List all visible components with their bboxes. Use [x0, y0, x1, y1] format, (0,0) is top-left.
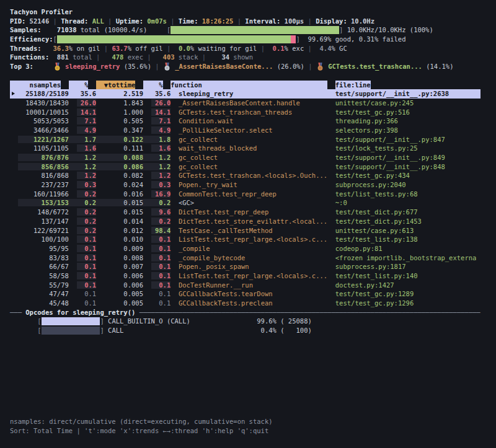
cell-tottime: 0.015: [104, 208, 143, 216]
table-row[interactable]: 1221/1267 1.7 0.122 1.8 gc_collect test/…: [10, 135, 496, 144]
table-row[interactable]: 237/237 0.3 0.024 0.3 Popen._try_wait su…: [10, 180, 496, 190]
cell-tottime: 0.024: [104, 181, 143, 188]
table-row[interactable]: 3466/3466 4.9 0.347 4.9 _PollLikeSelecto…: [10, 126, 496, 135]
blank-line: [10, 71, 496, 81]
column-header-function[interactable]: function: [170, 81, 327, 90]
separator-dashes-right: ────────────────────────────────────────…: [140, 309, 480, 316]
cell-function: _PollLikeSelector.select: [179, 126, 327, 134]
cell-pct-cumulative: 0.1: [151, 290, 171, 297]
table-row[interactable]: 816/868 1.2 0.082 1.2 GCTests.test_trash…: [10, 171, 496, 180]
opcode-row: [] CALL 0.4% ( 100): [10, 326, 496, 335]
table-row[interactable]: 153/153 0.2 0.015 0.2 <GC> ~:0: [10, 198, 496, 208]
blank-line: [10, 380, 496, 390]
cell-pct-cumulative: 0.2: [151, 217, 171, 225]
column-header-nsamples[interactable]: nsamples: [10, 81, 61, 90]
status-label-pid: PID:: [10, 17, 30, 25]
threads-unit: % exc: [285, 45, 304, 52]
cell-tottime: 0.082: [104, 172, 143, 179]
cell-function: sleeping_retry: [179, 90, 327, 97]
table-row[interactable]: 876/876 1.2 0.088 1.2 gc_collect test/su…: [10, 153, 496, 162]
blank-line: [10, 335, 496, 345]
top3-separator: |: [304, 63, 316, 70]
cell-pct-cumulative: 1.2: [151, 154, 171, 161]
cell-function: gc_collect: [179, 136, 327, 143]
table-row[interactable]: 5053/5053 7.1 0.505 7.1 Condition.wait t…: [10, 116, 496, 126]
efficiency-text: 99.69% good, 0.31% failed: [308, 35, 405, 43]
cell-function: _compile: [179, 245, 327, 252]
cell-file-line: test/list_tests.py:68: [335, 190, 418, 198]
table-row[interactable]: 160/11966 0.2 0.016 16.9 CommonTest.test…: [10, 190, 496, 199]
table-row[interactable]: 18430/18430 26.0 1.843 26.0 _AssertRaise…: [10, 99, 496, 108]
cell-tottime: 1.000: [104, 108, 143, 116]
status-label-interval: Interval:: [245, 17, 284, 25]
table-row[interactable]: 83/83 0.1 0.008 0.1 _compile_bytecode <f…: [10, 253, 496, 263]
cell-file-line: codeop.py:81: [335, 245, 383, 252]
cell-nsamples: 47/47: [18, 290, 69, 297]
column-header-tottime[interactable]: ▼tottime: [96, 81, 135, 90]
cell-pct-cumulative: 4.9: [151, 126, 171, 134]
cell-pct-cumulative: 98.4: [151, 227, 171, 234]
table-row[interactable]: 1105/1105 1.6 0.111 1.6 wait_threads_blo…: [10, 144, 496, 153]
cell-tottime: 0.005: [104, 299, 143, 307]
samples-count: 71038: [57, 26, 77, 33]
cell-file-line: test/test_dict.py:677: [335, 208, 418, 216]
table-row[interactable]: 95/95 0.1 0.009 0.1 _compile codeop.py:8…: [10, 244, 496, 253]
threads-unit: % off gil: [128, 45, 163, 52]
blank-line: [10, 390, 496, 399]
samples-label: Samples:: [10, 26, 57, 33]
table-row[interactable]: 45/48 0.1 0.005 0.1 GCCallbackTests.prec…: [10, 299, 496, 308]
cell-nsamples: 237/237: [18, 181, 69, 188]
functions-label: Functions:: [10, 53, 49, 61]
opcode-name: CALL_BUILTIN_O (CALL): [108, 317, 190, 325]
threads-value: 0.0: [175, 45, 190, 52]
functions-unit: total: [69, 53, 92, 61]
opcodes-separator: ─── Opcodes for sleeping_retry() ───────…: [10, 308, 496, 317]
table-row[interactable]: 55/79 0.1 0.006 0.1 DocTestRunner.__run …: [10, 281, 496, 290]
functions-line: Functions: 881 total | 478 exec | 403 st…: [10, 53, 496, 62]
column-header-file:line[interactable]: file:line: [335, 81, 371, 90]
bronze-medal-icon: [316, 63, 324, 71]
samples-rate: 10.0KHz/10.0KHz (100%): [347, 26, 433, 33]
table-row[interactable]: 100/100 0.1 0.010 0.1 ListTest.test_repr…: [10, 235, 496, 244]
table-row[interactable]: 66/67 0.1 0.007 0.1 Popen._posix_spawn s…: [10, 262, 496, 271]
cell-nsamples: 5053/5053: [18, 117, 69, 125]
table-row[interactable]: 25188/25189 35.6 2.519 35.6 sleeping_ret…: [10, 89, 480, 99]
footer-controls-text: Sort: Total Time | 't':mode 'x':trends ←…: [10, 427, 268, 434]
table-row[interactable]: 122/69721 0.2 0.012 98.4 TestCase._callT…: [10, 226, 496, 235]
cell-pct-direct: 0.1: [77, 263, 97, 270]
terminal-body: PID: 52146 | Thread: ALL | Uptime: 0m07s…: [10, 17, 496, 417]
table-row[interactable]: 856/856 1.2 0.086 1.2 gc_collect test/su…: [10, 162, 496, 172]
trend-band: 856/856 1.2 0.086 1.2: [18, 163, 171, 170]
cell-file-line: test/support/__init__.py:847: [335, 136, 445, 143]
cell-nsamples: 816/868: [18, 172, 69, 179]
cell-tottime: 0.009: [104, 245, 143, 252]
table-row[interactable]: 148/6772 0.2 0.015 9.6 DictTest.test_rep…: [10, 208, 496, 217]
cell-pct-direct: 0.2: [77, 208, 97, 216]
table-row[interactable]: 47/47 0.1 0.005 0.1 GCCallbackTests.tear…: [10, 289, 496, 299]
column-header-[interactable]: %: [69, 81, 89, 90]
cell-file-line: threading.py:366: [335, 117, 398, 125]
cell-function: DictTest.test_repr_deep: [179, 208, 327, 216]
cell-function: GCCallbackTests.preclean: [179, 299, 327, 307]
functions-value: 403: [155, 53, 175, 61]
cell-function: Popen._posix_spawn: [179, 263, 327, 270]
table-row[interactable]: 58/58 0.1 0.006 0.1 ListTest.test_repr_l…: [10, 271, 496, 281]
opcode-name: CALL: [108, 327, 123, 334]
cell-tottime: 1.843: [104, 99, 143, 107]
table-row[interactable]: 10001/10015 14.1 1.000 14.1 GCTests.test…: [10, 108, 496, 117]
samples-bar: [170, 26, 339, 34]
efficiency-label: Efficiency:: [10, 35, 53, 43]
table-row[interactable]: 137/147 0.2 0.014 0.2 DictTest.test_stor…: [10, 217, 496, 226]
cell-pct-cumulative: 1.6: [151, 144, 171, 152]
efficiency-bar-good: [57, 35, 291, 43]
cell-nsamples: 18430/18430: [18, 99, 69, 107]
cell-function: GCTests.test_trashcan_threads: [179, 108, 327, 116]
cell-tottime: 0.006: [104, 272, 143, 279]
opcode-bar: [42, 317, 100, 325]
cell-pct-cumulative: 9.6: [151, 208, 171, 216]
blank-line: [10, 353, 496, 362]
cell-tottime: 0.086: [104, 163, 143, 170]
cell-file-line: test/test_list.py:138: [335, 235, 418, 243]
column-header-[interactable]: %: [143, 81, 163, 90]
status-value-interval: 100µs: [285, 17, 304, 25]
